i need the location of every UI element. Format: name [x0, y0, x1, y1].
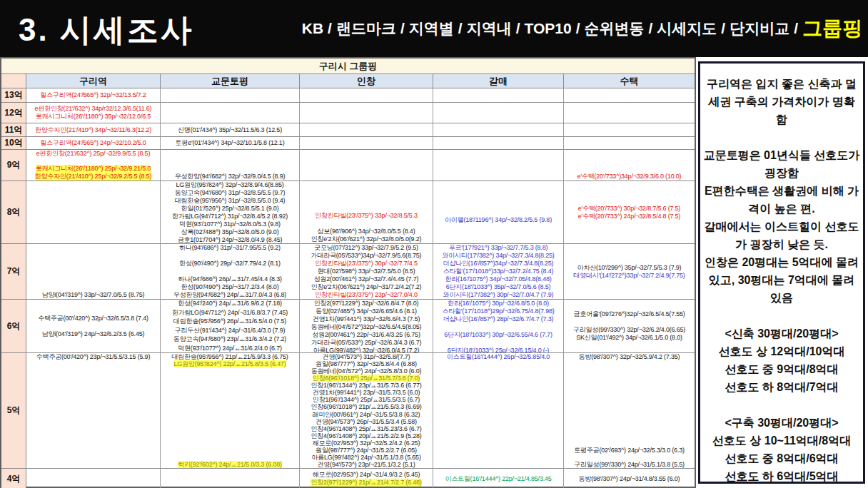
table-row-13억: 13억힐스구리역(24'/565^) 32p/¬32/13.5/7.2: [1, 88, 695, 103]
table-cell: LG원앙(95'/824^) 32p/¬32/8.9/4.6(8.85)동양고속…: [161, 181, 300, 244]
table-cell: 수택주공(00'/420^) 32p/¬32/6.5/3.8 (7.4) 남양i…: [26, 300, 161, 353]
table-row-12억: 12억e편한인창(21'/632^) 34p/r32/12.3/6.5(11.6…: [1, 103, 695, 123]
table-cell: [433, 123, 564, 137]
listing-entry: 동방(98'/307^) 24p/¬31/4.8/3.55 (6.0): [579, 475, 680, 483]
listing-entry: 아름LG(99'/482^) 32p/¬32/6.0/4.5 (7.2): [313, 347, 420, 353]
listing-entry: 인창1(96'/1344^) 25p/ㅛ31/5.5/3.5 (6.7): [313, 396, 420, 403]
table-cell: [26, 181, 161, 244]
table-cell: [161, 469, 300, 488]
table-title: 구리시 그룹핑: [1, 59, 695, 74]
table-cell: [26, 469, 161, 488]
nav-item-4[interactable]: 지역내: [467, 19, 512, 39]
listing-entry: 인창4(96'/1408^) 25p/ㅛ31/5.23/3.6 (6.7): [311, 425, 421, 432]
listing-entry: 원일(98'/777^) 24p/¬31/5.2/2.7 (6.05): [316, 447, 417, 454]
table-cell: e편한인창(21'/632^) 34p/r32/12.3/6.5(11.6)롯캐…: [26, 103, 161, 123]
listing-entry: 하나(94'/686^) 31p/¬31/7.95/5.5 (9.2): [179, 244, 281, 252]
table-cell: e'수택(20'/733^) 30p/¬32/8.7/5.6 (7.5)e'수택…: [564, 181, 695, 244]
row-label: 12억: [1, 103, 26, 123]
listing-entry: 인창칸타빌(23'/375^) 33p/¬32/8.5/5.3: [315, 212, 418, 220]
listing-entry: 신명(01'/434^) 35p/¬32/11.5/6.3 (12.5): [178, 126, 282, 134]
listing-entry: 한일(01'/526^) 25p/¬32/8.5/5.1 (9.0): [181, 205, 279, 213]
table-cell: 동방(98'/307^) 32p/¬32/5.9/4.2 (7.35)토평주공(…: [564, 353, 695, 469]
row-label: 6억: [1, 300, 26, 353]
listing-entry: 이스트힐(16'/1444^) 22p/¬21/4.85/3.45: [445, 475, 551, 483]
nav-item-3[interactable]: 지역별: [409, 19, 454, 39]
listing-entry: 아차산(10'/299^) 35p/¬32/7.5/5.3 (7.9): [577, 264, 682, 272]
table-cell: 우성한양(94'/682^) 32p/¬32/9.0/4.5 (8.9): [161, 150, 300, 181]
listing-entry: 토평e'(01'/434^) 34p/¬32/10.1/5.8 (12.1): [176, 139, 285, 147]
nav-item-1[interactable]: KB: [302, 20, 323, 37]
listing-entry: SK신일(01'/492^) 34p/¬32/6.1/5.0 (8.0): [576, 334, 682, 342]
listing-entry: 한라(16'/1075^) 34p/¬32/7.05/4.8(8.48): [445, 275, 551, 283]
nav-item-2[interactable]: 랜드마크: [336, 19, 396, 39]
top-menu: KB/랜드마크/지역별/지역내/TOP10/순위변동/시세지도/단지비교/그룹핑: [302, 0, 862, 57]
blank-line: [628, 454, 630, 461]
listing-entry: 롯캐시그니처(26'/1180^) 25p/¬32/9.21/5.0: [36, 165, 151, 173]
listing-entry: 대림한숲(95'/956^) 21p/ㅛ21/5.9/3.3 (6.75): [171, 353, 288, 360]
nav-item-6[interactable]: 순위변동: [584, 19, 644, 39]
note-line-6: <신축 30평대/20평대>: [703, 325, 860, 342]
listing-entry: 래미안(00'/861^) 24p/¬31/5.5/3.8 (6.32): [313, 411, 420, 418]
listing-entry: 인창칸타빌(23'/375^) 30p/¬32/7.7/4.5: [315, 260, 418, 268]
listing-entry: 한가람LG(94'/712^) 31p/¬32/8.4/5.2 (8.92): [172, 213, 288, 220]
table-row-8억: 8억LG원앙(95'/824^) 32p/¬32/8.9/4.6(8.85)동양…: [1, 181, 695, 244]
table-cell: 인창2(97'/1229^) 32p/¬32/6.8/4.7 (8.0)동양(0…: [300, 300, 433, 353]
listing-entry: 하나(94'/686^) 26p/ㅛ31/7.45/4.4 (8.3): [178, 275, 282, 283]
table-cell: [433, 103, 564, 123]
listing-entry: 6단지(18'/1033^) 30p/¬32/6.55/4.6 (7.7): [444, 331, 552, 339]
nav-item-7[interactable]: 시세지도: [657, 19, 717, 39]
table-cell: [564, 137, 695, 150]
table-cell: 아차산(10'/299^) 35p/¬32/7.5/5.3 (7.9)태영데시'…: [564, 244, 695, 300]
listing-entry: 대림한숲(95'/956^) 26p/ㅛ31/6.5/4.0 (7.5): [173, 317, 286, 325]
blank-line: [628, 318, 630, 326]
table-cell: 대림한숲(95'/956^) 21p/ㅛ21/5.9/3.3 (6.75)LG원…: [161, 353, 300, 469]
listing-entry: 금호1(01'/704^) 24p/¬32/8.0/4.9 (8.45): [178, 236, 283, 244]
row-label: 7억: [1, 244, 26, 300]
listing-entry: 해모로(02'/953^) 32p/¬32/5.2/4.2 (6.25): [313, 439, 420, 447]
listing-entry: 구리일성(99'/330^) 24p/¬31/5.1/3.8 (5.5): [574, 461, 685, 468]
row-label: 4억: [1, 469, 26, 488]
table-cell: 남양i(04'/319^) 33p/¬32/7.0/5.5 (8.75): [26, 244, 161, 300]
table-cell: [300, 88, 433, 103]
table-cell: [300, 123, 433, 137]
listing-entry: 금호어울'(09'/276^)32p/¬32/6.5/4.5(7.55): [573, 310, 685, 318]
blank-line: [92, 322, 94, 330]
listing-entry: 동원베네(04'/572^)32p/¬32/6.5/4.5(8.05): [311, 323, 422, 331]
row-label: 5억: [1, 353, 26, 469]
listing-entry: 덕현(93'/1077^) 31p/¬32/8.0/5.3 (9.8): [179, 220, 281, 228]
column-header-2: 교문토평: [161, 74, 300, 88]
table-cell: 금호어울'(09'/276^)32p/¬32/6.5/4.5(7.55) 구리일…: [564, 300, 695, 353]
nav-item-8[interactable]: 단지비교: [730, 19, 789, 39]
table-cell: [300, 103, 433, 123]
listing-entry: 동원베네(04'/572^) 24p/¬32/5.8/3.0 (6.0): [311, 367, 422, 375]
menu-separator: /: [794, 20, 798, 37]
listing-entry: 삼보(96'/906^) 34p/¬32/8.0/5.5 (8.4): [318, 228, 415, 235]
table-cell: [433, 88, 564, 103]
listing-entry: e편한인창(21'/632^) 34p/r32/12.3/6.5(11.6): [35, 105, 152, 113]
blank-line: [498, 200, 499, 208]
table-cell: 힐스구리역(24'/565^) 32p/¬32/13.5/7.2: [26, 88, 161, 103]
blank-line: [365, 220, 367, 228]
listing-entry: 대림한숲(95'/956^) 31p/¬32/8.5/5.0 (9.4): [175, 197, 286, 205]
listing-entry: 원일(98'/777^) 32p/¬32/5.8/4.4 (6.88): [316, 360, 417, 367]
table-cell: [300, 150, 433, 181]
table-row-7억: 7억남양i(04'/319^) 33p/¬32/7.0/5.5 (8.75)하나…: [1, 244, 695, 300]
listing-entry: e편한인창(21'/632^) 25p/¬32/9.9/5.5 (8.5): [36, 150, 150, 158]
listing-entry: 인창칸타빌(23'/375^) 23p/¬32/7.0/4.0: [315, 291, 418, 299]
table-row-6억: 6억수택주공(00'/420^) 32p/¬32/6.5/3.8 (7.4) 남…: [1, 300, 695, 353]
listing-entry: 건영1차(99'/441^) 23p/¬31/5.7/3.5 (6.0): [313, 389, 420, 396]
listing-entry: 더샵나인(16'/857^)34p/¬32/7.3/4.8(8.25): [443, 260, 554, 268]
table-cell: 신명(01'/434^) 35p/¬32/11.5/6.3 (12.5): [161, 123, 300, 137]
nav-item-9[interactable]: 그룹핑: [802, 15, 862, 42]
listing-entry: 한양수자인(21'/410^) 25p/¬32/9.2/5.5 (8.5): [35, 173, 151, 181]
listing-entry: LG원앙(95'/824^) 22p/ㅛ21/5.8/3.5 (6.47): [173, 360, 286, 367]
table-row-9억: 9억e편한인창(21'/632^) 25p/¬32/9.9/5.5 (8.5)롯…: [1, 150, 695, 181]
listing-entry: 상록(02'/488^) 35p/¬32/8.0/5.0 (9.0): [181, 228, 279, 236]
note-line-5: 인창은 20평대는 5억대에 몰려있고, 30평대는 7억대에 몰려있음: [703, 253, 860, 307]
table-cell: [300, 137, 433, 150]
listing-entry: 동양(02'/485^) 34p/¬32/6.65/4.6 (8.1): [316, 307, 417, 315]
listing-entry: e'수택(20'/733^) 30p/¬32/8.7/5.6 (7.5): [578, 205, 680, 213]
note-line-4: 갈매에서는 이스트힐이 선호도가 굉장히 낮은 듯.: [703, 218, 860, 253]
note-line-11: 선호도 상 10~11억대/8억대: [703, 432, 860, 449]
nav-item-5[interactable]: TOP10: [524, 20, 571, 37]
